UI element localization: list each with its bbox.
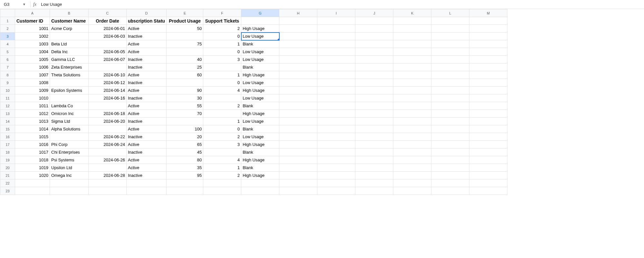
cell-L1[interactable] bbox=[431, 17, 469, 25]
cell-H7[interactable] bbox=[279, 63, 317, 71]
cell-B8[interactable]: Theta Solutions bbox=[50, 71, 89, 79]
cell-G5[interactable]: Low Usage bbox=[241, 48, 279, 56]
row-header-22[interactable]: 22 bbox=[0, 179, 15, 187]
cell-D11[interactable]: Inactive bbox=[127, 94, 167, 102]
cell-C8[interactable]: 2024-06-10 bbox=[89, 71, 127, 79]
cell-F6[interactable]: 3 bbox=[203, 56, 241, 63]
cell-G7[interactable]: Blank bbox=[241, 63, 279, 71]
cell-C17[interactable]: 2024-06-24 bbox=[89, 141, 127, 148]
cell-G19[interactable]: High Usage bbox=[241, 156, 279, 164]
cell-B7[interactable]: Zeta Enterprises bbox=[50, 63, 89, 71]
cell-I8[interactable] bbox=[317, 71, 355, 79]
cell-M13[interactable] bbox=[469, 110, 507, 118]
cell-I13[interactable] bbox=[317, 110, 355, 118]
cell-K4[interactable] bbox=[393, 40, 431, 48]
cell-I4[interactable] bbox=[317, 40, 355, 48]
row-header-13[interactable]: 13 bbox=[0, 110, 15, 118]
cell-G3[interactable]: Low Usage bbox=[241, 33, 279, 40]
cell-L10[interactable] bbox=[431, 87, 469, 94]
cell-H19[interactable] bbox=[279, 156, 317, 164]
cell-M20[interactable] bbox=[469, 164, 507, 172]
cell-H20[interactable] bbox=[279, 164, 317, 172]
cell-A4[interactable]: 1003 bbox=[15, 40, 50, 48]
cell-J1[interactable] bbox=[355, 17, 393, 25]
cell-E14[interactable] bbox=[167, 118, 203, 125]
cell-I17[interactable] bbox=[317, 141, 355, 148]
cell-G9[interactable]: Low Usage bbox=[241, 79, 279, 87]
row-header-11[interactable]: 11 bbox=[0, 94, 15, 102]
cell-L6[interactable] bbox=[431, 56, 469, 63]
cell-D22[interactable] bbox=[127, 179, 167, 187]
cell-F2[interactable]: 2 bbox=[203, 25, 241, 33]
cell-K9[interactable] bbox=[393, 79, 431, 87]
cell-L14[interactable] bbox=[431, 118, 469, 125]
cell-E11[interactable]: 30 bbox=[167, 94, 203, 102]
row-header-8[interactable]: 8 bbox=[0, 71, 15, 79]
cell-L21[interactable] bbox=[431, 172, 469, 179]
cell-A20[interactable]: 1019 bbox=[15, 164, 50, 172]
cell-C20[interactable] bbox=[89, 164, 127, 172]
row-header-2[interactable]: 2 bbox=[0, 25, 15, 33]
cell-A23[interactable] bbox=[15, 187, 50, 195]
cell-H8[interactable] bbox=[279, 71, 317, 79]
cell-J6[interactable] bbox=[355, 56, 393, 63]
formula-bar-input[interactable] bbox=[40, 2, 642, 7]
cell-L23[interactable] bbox=[431, 187, 469, 195]
cell-E9[interactable] bbox=[167, 79, 203, 87]
cell-I6[interactable] bbox=[317, 56, 355, 63]
cell-F15[interactable]: 0 bbox=[203, 125, 241, 133]
cell-J9[interactable] bbox=[355, 79, 393, 87]
cell-G18[interactable]: Blank bbox=[241, 148, 279, 156]
cell-H15[interactable] bbox=[279, 125, 317, 133]
cell-I1[interactable] bbox=[317, 17, 355, 25]
cell-B15[interactable]: Alpha Solutions bbox=[50, 125, 89, 133]
cell-M9[interactable] bbox=[469, 79, 507, 87]
column-header-E[interactable]: E bbox=[167, 9, 203, 17]
cell-L19[interactable] bbox=[431, 156, 469, 164]
cell-L12[interactable] bbox=[431, 102, 469, 110]
cell-L16[interactable] bbox=[431, 133, 469, 141]
cell-I19[interactable] bbox=[317, 156, 355, 164]
cell-C7[interactable] bbox=[89, 63, 127, 71]
cell-D6[interactable]: Inactive bbox=[127, 56, 167, 63]
cell-I14[interactable] bbox=[317, 118, 355, 125]
cell-F17[interactable]: 3 bbox=[203, 141, 241, 148]
cell-K19[interactable] bbox=[393, 156, 431, 164]
cell-E20[interactable]: 35 bbox=[167, 164, 203, 172]
cell-F11[interactable] bbox=[203, 94, 241, 102]
column-header-G[interactable]: G bbox=[241, 9, 279, 17]
column-header-A[interactable]: A bbox=[15, 9, 50, 17]
cell-E1[interactable]: Product Usage bbox=[167, 17, 203, 25]
cell-C9[interactable]: 2024-06-12 bbox=[89, 79, 127, 87]
row-header-14[interactable]: 14 bbox=[0, 118, 15, 125]
cell-K12[interactable] bbox=[393, 102, 431, 110]
cell-K2[interactable] bbox=[393, 25, 431, 33]
cell-J17[interactable] bbox=[355, 141, 393, 148]
cell-K20[interactable] bbox=[393, 164, 431, 172]
cell-L22[interactable] bbox=[431, 179, 469, 187]
row-header-17[interactable]: 17 bbox=[0, 141, 15, 148]
cell-G16[interactable]: Low Usage bbox=[241, 133, 279, 141]
cell-I2[interactable] bbox=[317, 25, 355, 33]
cell-B4[interactable]: Beta Ltd bbox=[50, 40, 89, 48]
cell-E16[interactable]: 20 bbox=[167, 133, 203, 141]
cell-C18[interactable] bbox=[89, 148, 127, 156]
cell-B17[interactable]: Phi Corp bbox=[50, 141, 89, 148]
cell-K6[interactable] bbox=[393, 56, 431, 63]
cell-L4[interactable] bbox=[431, 40, 469, 48]
cell-L13[interactable] bbox=[431, 110, 469, 118]
cell-D19[interactable]: Active bbox=[127, 156, 167, 164]
cell-J3[interactable] bbox=[355, 33, 393, 40]
cell-A19[interactable]: 1018 bbox=[15, 156, 50, 164]
row-header-18[interactable]: 18 bbox=[0, 148, 15, 156]
cell-H12[interactable] bbox=[279, 102, 317, 110]
cell-F18[interactable] bbox=[203, 148, 241, 156]
cell-L7[interactable] bbox=[431, 63, 469, 71]
cell-B20[interactable]: Upsilon Ltd bbox=[50, 164, 89, 172]
cell-D17[interactable]: Active bbox=[127, 141, 167, 148]
cell-J22[interactable] bbox=[355, 179, 393, 187]
name-box[interactable]: G3 ▼ bbox=[2, 2, 28, 7]
cell-G2[interactable]: High Usage bbox=[241, 25, 279, 33]
cell-M8[interactable] bbox=[469, 71, 507, 79]
cell-E19[interactable]: 80 bbox=[167, 156, 203, 164]
